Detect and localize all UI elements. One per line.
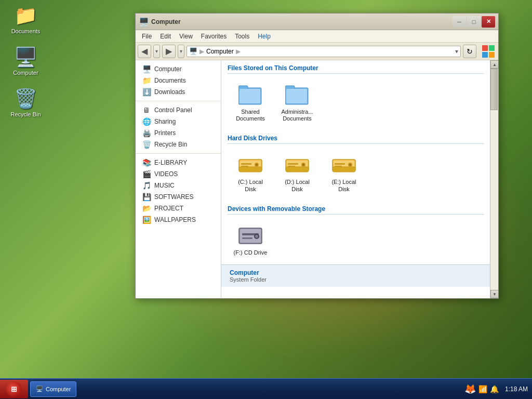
sidebar-computer-label: Computer <box>154 65 182 73</box>
firefox-icon[interactable]: 🦊 <box>464 383 476 395</box>
files-section: Files Stored on This Computer <box>221 60 490 130</box>
shared-documents-icon[interactable]: SharedDocuments <box>230 80 271 124</box>
menu-tools[interactable]: Tools <box>231 32 254 41</box>
sidebar-item-wallpapers[interactable]: 🖼️ WALLPAPERS <box>136 214 221 225</box>
sidebar-library-section: 📚 E-LIBRARY 🎬 VIDEOS 🎵 MUSIC 💾 SOFTWARES <box>136 154 221 229</box>
taskbar-computer-button[interactable]: 🖥️ Computer <box>30 381 76 397</box>
svg-rect-16 <box>241 166 248 167</box>
svg-rect-26 <box>332 167 355 172</box>
sidebar-item-downloads[interactable]: ⬇️ Downloads <box>136 86 221 98</box>
svg-rect-0 <box>482 45 488 51</box>
d-drive-icon[interactable]: (D:) LocalDisk <box>276 150 318 194</box>
project-icon: 📂 <box>142 204 151 212</box>
svg-rect-12 <box>239 167 262 172</box>
sidebar-item-recycle-bin[interactable]: 🗑️ Recycle Bin <box>136 139 221 150</box>
taskbar-computer-icon: 🖥️ <box>36 385 43 392</box>
clock: 1:18 AM <box>505 385 528 393</box>
desktop: 📁 Documents 🖥️ Computer 🗑️ Recycle Bin 🖥… <box>0 0 532 399</box>
scrollbar[interactable]: ▲ ▼ <box>490 60 498 298</box>
svg-rect-23 <box>288 166 295 167</box>
info-name: Computer <box>230 269 482 276</box>
sidebar-item-computer[interactable]: 🖥️ Computer <box>136 63 221 75</box>
forward-dropdown[interactable]: ▾ <box>178 45 184 58</box>
scroll-thumb[interactable] <box>490 69 498 110</box>
downloads-sidebar-icon: ⬇️ <box>142 88 151 96</box>
shared-docs-label: SharedDocuments <box>236 109 265 122</box>
svg-rect-30 <box>335 166 342 167</box>
start-orb: ⊞ <box>6 381 22 397</box>
sidebar-top-section: 🖥️ Computer 📁 Documents ⬇️ Downloads <box>136 60 221 101</box>
scroll-track[interactable] <box>490 69 498 290</box>
close-button[interactable]: ✕ <box>482 16 495 28</box>
windows-logo <box>481 44 496 59</box>
desktop-icon-computer[interactable]: 🖥️ Computer <box>6 47 45 76</box>
info-bar: Computer System Folder <box>221 264 490 287</box>
sidebar-sharing-label: Sharing <box>154 118 176 125</box>
e-library-icon: 📚 <box>142 158 151 167</box>
desktop-icon-documents[interactable]: 📁 Documents <box>6 5 45 35</box>
sidebar-e-library-label: E-LIBRARY <box>154 159 187 166</box>
forward-button[interactable]: ▶ <box>162 45 176 58</box>
svg-point-21 <box>302 164 304 166</box>
refresh-button[interactable]: ↻ <box>463 45 476 58</box>
desktop-icon-recycle-bin[interactable]: 🗑️ Recycle Bin <box>6 88 45 118</box>
sidebar-item-control-panel[interactable]: 🖥 Control Panel <box>136 104 221 116</box>
taskbar: ⊞ 🖥️ Computer 🦊 📶 🔔 1:18 AM <box>0 378 532 399</box>
menu-edit[interactable]: Edit <box>156 32 175 41</box>
start-button[interactable]: ⊞ <box>0 380 28 398</box>
sidebar-item-project[interactable]: 📂 PROJECT <box>136 203 221 214</box>
sidebar-item-documents[interactable]: 📁 Documents <box>136 75 221 86</box>
c-drive-icon[interactable]: (C:) LocalDisk <box>230 150 271 194</box>
address-dropdown-arrow[interactable]: ▾ <box>455 48 458 55</box>
scroll-down-arrow[interactable]: ▼ <box>490 290 498 298</box>
toolbar: ◀ ▾ ▶ ▾ 🖥️ ▶ Computer ▶ ▾ ↻ <box>136 43 498 60</box>
hard-disk-grid: (C:) LocalDisk <box>228 148 484 196</box>
menu-favorites[interactable]: Favorites <box>197 32 231 41</box>
back-button[interactable]: ◀ <box>138 45 151 58</box>
sidebar-printers-label: Printers <box>154 129 176 137</box>
minimize-button[interactable]: ─ <box>453 16 466 28</box>
d-drive-label: (D:) LocalDisk <box>285 179 310 192</box>
sidebar-item-videos[interactable]: 🎬 VIDEOS <box>136 168 221 180</box>
notification-icon[interactable]: 🔔 <box>490 385 499 393</box>
documents-sidebar-icon: 📁 <box>142 76 151 85</box>
hard-disk-section: Hard Disk Drives <box>221 130 490 201</box>
info-sub: System Folder <box>230 276 482 283</box>
sidebar-item-e-library[interactable]: 📚 E-LIBRARY <box>136 157 221 168</box>
videos-icon: 🎬 <box>142 170 151 178</box>
f-drive-img <box>238 223 263 248</box>
f-drive-label: (F:) CD Drive <box>234 249 268 256</box>
c-drive-label: (C:) LocalDisk <box>238 179 263 192</box>
address-separator: ▶ <box>200 48 204 55</box>
sidebar-item-printers[interactable]: 🖨️ Printers <box>136 127 221 139</box>
address-path: Computer <box>206 48 234 55</box>
admin-documents-icon[interactable]: Administra...Documents <box>276 80 318 124</box>
menu-file[interactable]: File <box>138 32 156 41</box>
sidebar-control-panel-label: Control Panel <box>154 107 192 114</box>
recycle-bin-sidebar-icon: 🗑️ <box>142 140 151 149</box>
sidebar-item-sharing[interactable]: 🌐 Sharing <box>136 116 221 127</box>
sidebar-downloads-label: Downloads <box>154 88 185 96</box>
control-panel-icon: 🖥 <box>142 106 151 114</box>
address-bar[interactable]: 🖥️ ▶ Computer ▶ ▾ <box>187 46 461 57</box>
svg-rect-3 <box>489 52 495 58</box>
network-icon[interactable]: 📶 <box>478 385 487 393</box>
e-drive-icon[interactable]: (E:) LocalDisk <box>323 150 365 194</box>
sidebar-softwares-label: SOFTWARES <box>154 193 194 201</box>
recycle-bin-desktop-icon: 🗑️ <box>16 88 36 109</box>
sidebar-item-music[interactable]: 🎵 MUSIC <box>136 180 221 191</box>
menu-view[interactable]: View <box>175 32 197 41</box>
removable-section: Devices with Removable Storage <box>221 201 490 264</box>
f-drive-icon[interactable]: (F:) CD Drive <box>230 221 271 258</box>
sidebar-item-softwares[interactable]: 💾 SOFTWARES <box>136 191 221 203</box>
scroll-up-arrow[interactable]: ▲ <box>490 60 498 69</box>
svg-rect-2 <box>482 52 488 58</box>
maximize-button[interactable]: □ <box>467 16 481 28</box>
printers-icon: 🖨️ <box>142 129 151 137</box>
svg-point-28 <box>349 164 351 166</box>
taskbar-right: 🦊 📶 🔔 1:18 AM <box>464 383 532 395</box>
back-dropdown[interactable]: ▾ <box>153 45 160 58</box>
menu-help[interactable]: Help <box>254 32 275 41</box>
svg-rect-19 <box>286 167 309 172</box>
sidebar: 🖥️ Computer 📁 Documents ⬇️ Downloads 🖥 <box>136 60 221 298</box>
